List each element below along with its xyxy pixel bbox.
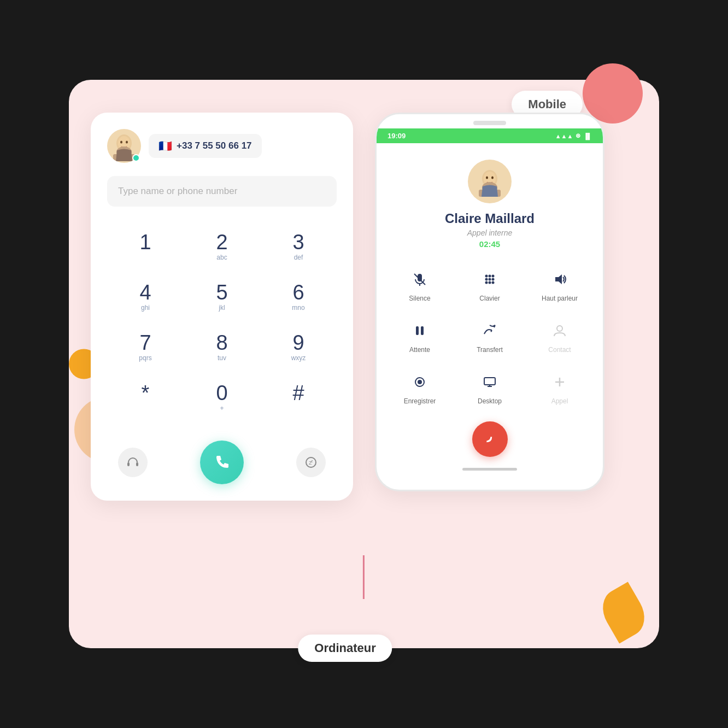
battery-icon: ▐▌ xyxy=(583,133,592,139)
action-silence[interactable]: Silence xyxy=(388,262,452,308)
svg-rect-30 xyxy=(416,326,419,335)
wifi-icon: ⊛ xyxy=(576,132,580,139)
dial-key-#[interactable]: # xyxy=(260,373,337,423)
flag-icon: 🇫🇷 xyxy=(158,139,172,152)
svg-rect-6 xyxy=(127,462,130,466)
mic-off-icon xyxy=(408,267,432,291)
haut-parleur-label: Haut parleur xyxy=(542,295,578,302)
dial-letters-7: pqrs xyxy=(139,354,151,363)
user-row: 🇫🇷 +33 7 55 50 66 17 xyxy=(107,129,337,163)
action-clavier[interactable]: Clavier xyxy=(457,262,522,308)
dial-letters-6: mno xyxy=(292,304,304,313)
contact-avatar xyxy=(468,160,512,203)
dial-key-0[interactable]: 0 + xyxy=(184,373,260,423)
clavier-label: Clavier xyxy=(479,295,500,302)
svg-point-24 xyxy=(489,278,491,281)
svg-point-3 xyxy=(126,140,128,143)
person-icon xyxy=(548,319,572,343)
pause-icon xyxy=(408,319,432,343)
connector-line-left xyxy=(363,555,365,599)
transfer-icon xyxy=(478,319,502,343)
dialpad-panel: 🇫🇷 +33 7 55 50 66 17 Type name or phone … xyxy=(91,113,353,501)
action-appel[interactable]: Appel xyxy=(527,365,592,410)
svg-point-25 xyxy=(492,278,495,281)
dial-number-*: * xyxy=(142,383,150,403)
action-desktop[interactable]: Desktop xyxy=(457,365,522,410)
contact-name: Claire Maillard xyxy=(445,211,535,226)
svg-text:z: z xyxy=(311,459,313,463)
dial-number-0: 0 xyxy=(216,383,227,403)
dial-number-2: 2 xyxy=(216,232,227,253)
action-enregistrer[interactable]: Enregistrer xyxy=(388,365,452,410)
phone-number-text: +33 7 55 50 66 17 xyxy=(177,140,252,151)
svg-point-21 xyxy=(489,275,491,278)
call-actions-row3: Enregistrer Desktop xyxy=(388,365,592,410)
dial-key-*[interactable]: * xyxy=(107,373,184,423)
desktop-label: Desktop xyxy=(478,397,502,405)
mobile-panel: 19:09 ▲▲▲ ⊛ ▐▌ xyxy=(375,113,604,491)
svg-point-2 xyxy=(120,140,122,143)
call-actions-row1: Silence xyxy=(388,262,592,308)
svg-marker-29 xyxy=(555,274,562,284)
phone-notch xyxy=(473,121,506,125)
action-transfert[interactable]: Transfert xyxy=(457,313,522,359)
end-call-button[interactable] xyxy=(472,421,508,457)
dial-key-1[interactable]: 1 xyxy=(107,222,184,272)
avatar-online-dot xyxy=(132,154,140,162)
status-time: 19:09 xyxy=(388,132,406,140)
svg-point-22 xyxy=(492,275,495,278)
enregistrer-label: Enregistrer xyxy=(404,397,436,405)
keypad-icon xyxy=(478,267,502,291)
dial-key-2[interactable]: 2 abc xyxy=(184,222,260,272)
silence-label: Silence xyxy=(409,295,430,302)
dial-key-9[interactable]: 9 wxyz xyxy=(260,322,337,373)
dial-number-6: 6 xyxy=(292,282,304,303)
svg-rect-35 xyxy=(484,378,495,385)
dial-number-5: 5 xyxy=(216,282,227,303)
call-timer: 02:45 xyxy=(479,239,500,249)
appel-label: Appel xyxy=(551,397,568,405)
status-icons: ▲▲▲ ⊛ ▐▌ xyxy=(555,132,592,139)
call-button[interactable] xyxy=(200,441,244,484)
headset-button[interactable] xyxy=(118,448,148,477)
contact-label: Contact xyxy=(548,346,571,354)
action-attente[interactable]: Attente xyxy=(388,313,452,359)
call-type: Appel interne xyxy=(467,228,513,237)
speaker-icon xyxy=(548,267,572,291)
phone-number-badge: 🇫🇷 +33 7 55 50 66 17 xyxy=(149,134,262,158)
call-content: Claire Maillard Appel interne 02:45 xyxy=(377,143,603,490)
dial-key-4[interactable]: 4 ghi xyxy=(107,272,184,322)
call-actions-row2: Attente Transfert xyxy=(388,313,592,359)
dial-letters-8: tuv xyxy=(218,354,226,363)
dial-number-4: 4 xyxy=(139,282,151,303)
dial-key-7[interactable]: 7 pqrs xyxy=(107,322,184,373)
signal-icon: ▲▲▲ xyxy=(555,133,573,139)
search-input-wrap[interactable]: Type name or phone number xyxy=(107,176,337,207)
svg-point-34 xyxy=(418,380,422,384)
snooze-button[interactable]: Z z xyxy=(296,448,326,477)
dial-number-#: # xyxy=(292,383,304,403)
record-icon xyxy=(408,370,432,394)
panels-container: 🇫🇷 +33 7 55 50 66 17 Type name or phone … xyxy=(91,113,637,501)
monitor-icon xyxy=(478,370,502,394)
dial-number-7: 7 xyxy=(139,332,151,353)
dial-key-6[interactable]: 6 mno xyxy=(260,272,337,322)
dial-key-3[interactable]: 3 def xyxy=(260,222,337,272)
plus-icon xyxy=(548,370,572,394)
phone-notch-area xyxy=(377,114,603,128)
dialpad-grid: 1 2 abc 3 def 4 ghi 5 jkl 6 mno 7 pqrs 8… xyxy=(107,222,337,423)
dial-letters-4: ghi xyxy=(141,304,150,313)
transfert-label: Transfert xyxy=(477,346,503,354)
dial-key-5[interactable]: 5 jkl xyxy=(184,272,260,322)
dial-key-8[interactable]: 8 tuv xyxy=(184,322,260,373)
svg-point-20 xyxy=(485,275,488,278)
search-placeholder: Type name or phone number xyxy=(118,186,237,196)
dial-number-3: 3 xyxy=(292,232,304,253)
action-haut-parleur[interactable]: Haut parleur xyxy=(527,262,592,308)
label-ordinateur: Ordinateur xyxy=(298,635,392,662)
svg-point-23 xyxy=(485,278,488,281)
svg-point-32 xyxy=(557,326,562,331)
action-contact[interactable]: Contact xyxy=(527,313,592,359)
svg-point-26 xyxy=(485,281,488,284)
home-indicator xyxy=(462,468,517,471)
